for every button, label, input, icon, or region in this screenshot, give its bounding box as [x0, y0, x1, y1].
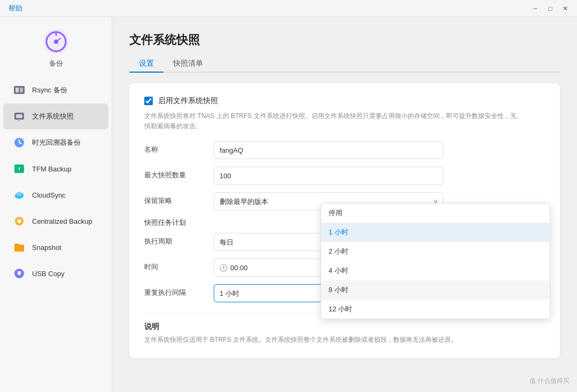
- svg-rect-7: [20, 88, 23, 92]
- period-label: 执行周期: [144, 233, 214, 246]
- dropdown-item-2h[interactable]: 2 小时: [321, 242, 550, 261]
- timemachine-icon: [12, 135, 27, 150]
- sidebar-item-usb-copy[interactable]: USB Copy: [3, 261, 108, 286]
- filesystem-snapshot-icon: [12, 109, 27, 124]
- dropdown-item-4h[interactable]: 4 小时: [321, 261, 550, 280]
- snapshot-folder-icon: [12, 240, 27, 255]
- max-snapshots-input[interactable]: [214, 167, 443, 185]
- interval-label: 重复执行间隔: [144, 284, 214, 297]
- enable-label: 启用文件系统快照: [158, 96, 218, 106]
- rsync-label: Rsync 备份: [32, 85, 67, 95]
- sidebar-item-rsync[interactable]: Rsync 备份: [3, 77, 108, 103]
- sidebar-item-tfm[interactable]: T TFM Backup: [3, 156, 108, 182]
- max-snapshots-label: 最大快照数量: [144, 167, 214, 180]
- dropdown-item-disabled[interactable]: 停用: [321, 203, 550, 223]
- svg-point-19: [17, 219, 21, 223]
- minimize-button[interactable]: –: [528, 3, 543, 14]
- maximize-button[interactable]: □: [543, 3, 558, 14]
- filesystem-snapshot-label: 文件系统快照: [32, 112, 74, 121]
- tab-snapshot-list[interactable]: 快照清单: [163, 56, 213, 73]
- sidebar-items: Rsync 备份 文件系统快照 时光回溯器备份 T T: [0, 77, 112, 287]
- max-snapshots-row: 最大快照数量: [144, 167, 545, 185]
- svg-text:T: T: [18, 167, 21, 171]
- timemachine-label: 时光回溯器备份: [32, 138, 81, 147]
- dropdown-item-1h[interactable]: 1 小时: [321, 223, 550, 242]
- snapshot-label: Snapshot: [32, 244, 61, 252]
- svg-point-10: [18, 119, 20, 121]
- main-content: 文件系统快照 设置 快照清单 启用文件系统快照 文件系统快照将对 TNAS 上的…: [112, 17, 577, 392]
- centralized-backup-icon: [12, 214, 27, 229]
- watermark: 值 什么值得买: [529, 377, 570, 386]
- time-label: 时间: [144, 258, 214, 272]
- dropdown-item-12h[interactable]: 12 小时: [321, 300, 550, 319]
- note-title: 说明: [144, 322, 545, 332]
- cloudsync-icon: [12, 187, 27, 202]
- tab-settings[interactable]: 设置: [129, 56, 163, 73]
- close-button[interactable]: ✕: [558, 3, 573, 14]
- app-label: 备份: [49, 59, 63, 68]
- rsync-icon: [12, 83, 27, 98]
- centralized-backup-label: Centralized Backup: [32, 217, 92, 225]
- dropdown-item-8h[interactable]: 8 小时: [321, 280, 550, 300]
- usb-copy-label: USB Copy: [32, 270, 65, 278]
- sidebar: 备份 Rsync 备份 文件系统快照 时光回溯器备份: [0, 17, 112, 392]
- sidebar-item-cloudsync[interactable]: CloudSync: [3, 182, 108, 208]
- svg-rect-9: [16, 114, 22, 118]
- max-snapshots-control: [214, 167, 443, 185]
- sidebar-item-centralized-backup[interactable]: Centralized Backup: [3, 208, 108, 234]
- enable-row: 启用文件系统快照: [144, 96, 545, 106]
- settings-card: 启用文件系统快照 文件系统快照将对 TNAS 上的 BTRFS 文件系统进行快照…: [129, 83, 560, 358]
- page-title: 文件系统快照: [129, 32, 560, 48]
- note-text: 文件系统快照仅适用于 BTRFS 文件系统。文件系统快照整个文件系统被删除或者损…: [144, 335, 465, 345]
- tfm-icon: T: [12, 161, 27, 176]
- help-button[interactable]: 帮助: [9, 4, 22, 13]
- usb-copy-icon: [12, 266, 27, 281]
- tfm-label: TFM Backup: [32, 165, 72, 173]
- sidebar-item-timemachine[interactable]: 时光回溯器备份: [3, 130, 108, 155]
- cloudsync-label: CloudSync: [32, 191, 66, 199]
- description-text: 文件系统快照将对 TNAS 上的 BTRFS 文件系统进行快照。启用文件系统快照…: [144, 111, 518, 131]
- interval-dropdown: 停用 1 小时 2 小时 4 小时 8 小时 12 小时: [321, 203, 550, 319]
- retention-label: 保留策略: [144, 192, 214, 206]
- name-row: 名称: [144, 141, 545, 159]
- svg-rect-6: [15, 88, 19, 92]
- app-body: 备份 Rsync 备份 文件系统快照 时光回溯器备份: [0, 17, 577, 392]
- enable-checkbox[interactable]: [144, 97, 153, 105]
- name-control: [214, 141, 443, 159]
- clock-icon: 🕐: [219, 264, 228, 272]
- app-logo: [42, 28, 70, 56]
- tabs: 设置 快照清单: [129, 56, 560, 73]
- name-label: 名称: [144, 141, 214, 154]
- svg-point-17: [17, 192, 22, 196]
- sidebar-item-filesystem-snapshot[interactable]: 文件系统快照: [3, 104, 108, 129]
- name-input[interactable]: [214, 141, 443, 159]
- sidebar-item-snapshot[interactable]: Snapshot: [3, 234, 108, 260]
- titlebar: 帮助 – □ ✕: [0, 0, 577, 17]
